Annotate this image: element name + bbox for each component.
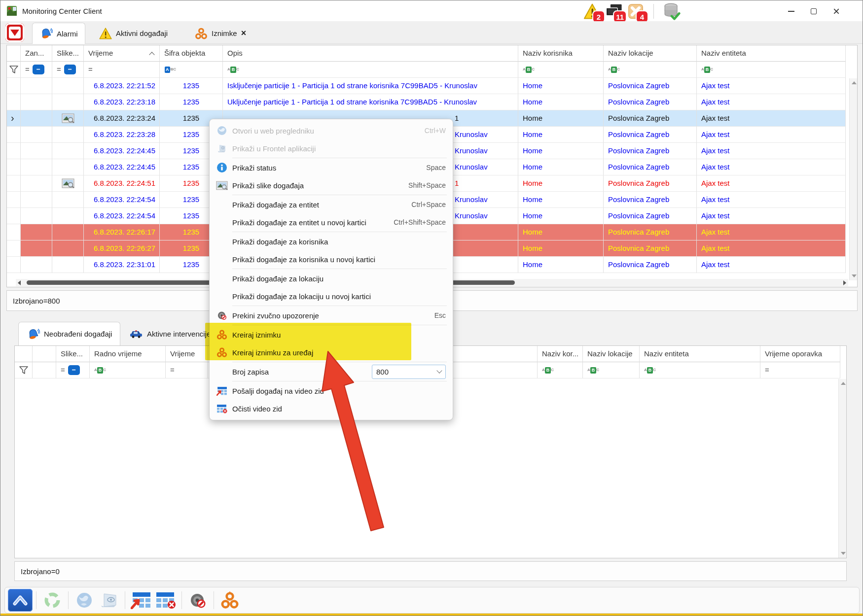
alert-border [0, 614, 863, 616]
main-menu-button[interactable] [5, 23, 24, 42]
refresh-icon [43, 591, 62, 610]
tab-iznimke[interactable]: Iznimke [188, 23, 253, 44]
col-vrijeme[interactable]: Vrijeme [84, 45, 160, 62]
filter2-lokacija[interactable]: ABC [583, 362, 640, 378]
tab-aktivne-intervencije[interactable]: Aktivne intervencije [121, 322, 218, 345]
menu-separator [232, 195, 447, 195]
tab-close-icon[interactable] [241, 28, 247, 38]
bell-icon [27, 328, 40, 341]
event-image-icon[interactable] [62, 113, 74, 123]
col2-vrijeme-oporavka[interactable]: Vrijeme oporavka [760, 346, 840, 362]
menu-separator [232, 269, 447, 269]
scroll-up-icon[interactable] [852, 81, 857, 84]
filter-sifra[interactable]: ABC [160, 62, 223, 78]
abc-filter-icon: ABC [542, 367, 554, 374]
open-web-button[interactable] [72, 589, 97, 612]
minimize-button[interactable] [780, 2, 802, 21]
scroll-down-icon[interactable] [852, 274, 857, 277]
filter2-vrijeme[interactable] [166, 362, 208, 378]
menu-item-open-web[interactable]: Otvori u web pregledniku Ctrl+W [210, 122, 453, 139]
col2-radno-vrijeme[interactable]: Radno vrijeme [90, 346, 166, 362]
filter-lokacija[interactable]: ABC [604, 62, 697, 78]
menu-item-stop-audio[interactable]: Prekini zvučno upozorenje Esc [210, 307, 453, 324]
filter2-radno[interactable]: ABC [90, 362, 166, 378]
col-naziv-entiteta[interactable]: Naziv entiteta [697, 45, 846, 62]
col2-slike[interactable]: Slike... [56, 346, 90, 362]
mute-audio-button[interactable] [185, 589, 210, 612]
menu-item-events-location[interactable]: Prikaži događaje za lokaciju [210, 270, 453, 287]
tab-neobradeni-dogadaji[interactable]: Neobrađeni događaji [18, 322, 120, 345]
window-controls [780, 1, 848, 21]
menu-item-events-entity[interactable]: Prikaži događaje za entitet Ctrl+Space [210, 196, 453, 213]
col-slike[interactable]: Slike... [52, 45, 84, 62]
scroll-right-icon[interactable] [843, 280, 846, 285]
menu-item-frontel[interactable]: Prikaži u Frontel aplikaciji [210, 139, 453, 157]
titlebar-status-icons: 2 11 4 [581, 1, 683, 21]
menu-item-events-user-newtab[interactable]: Prikaži događaje za korisnika u novoj ka… [210, 250, 453, 268]
equals-icon [765, 362, 769, 378]
tab-alarmi[interactable]: Alarmi [32, 23, 85, 44]
send-to-videowall-button[interactable] [129, 589, 153, 612]
menu-item-events-entity-newtab[interactable]: Prikaži događaje za entitet u novoj kart… [210, 213, 453, 231]
close-button[interactable] [825, 2, 848, 21]
toggle-filter-icon[interactable] [68, 365, 80, 375]
maximize-button[interactable] [802, 2, 825, 21]
table-row[interactable]: 6.8.2023. 22:23:181235 Uključenje partic… [7, 94, 857, 110]
filter-zan[interactable] [21, 62, 52, 78]
filter-slike[interactable] [52, 62, 84, 78]
menu-item-show-status[interactable]: Prikaži status Space [210, 159, 453, 176]
scroll-up-icon[interactable] [841, 382, 846, 385]
events-vscrollbar[interactable] [838, 379, 846, 558]
collapse-button[interactable] [8, 589, 33, 612]
col-sifra-objekta[interactable]: Šifra objekta [160, 45, 223, 62]
filter-opis[interactable]: ABC [223, 62, 518, 78]
record-count-select[interactable]: 800 [372, 365, 446, 379]
database-status-icon[interactable] [661, 1, 683, 21]
filter-korisnik[interactable]: ABC [518, 62, 604, 78]
errors-status-icon[interactable]: 4 [625, 1, 647, 21]
warning-triangle-icon [99, 28, 112, 39]
toggle-filter-icon[interactable] [64, 65, 76, 74]
filter-vrijeme[interactable] [84, 62, 160, 78]
filter2-entitet[interactable]: ABC [640, 362, 760, 378]
monitoring-center-window: Monitoring Center Client 2 11 4 [0, 0, 863, 616]
refresh-button[interactable] [40, 589, 65, 612]
filter-funnel-icon[interactable] [7, 62, 21, 78]
menu-separator [232, 362, 447, 362]
menu-item-send-videowall[interactable]: Pošalji događaj na video zid [210, 382, 453, 400]
scroll-down-icon[interactable] [841, 552, 846, 555]
toggle-filter-icon[interactable] [33, 65, 44, 74]
menu-item-show-images[interactable]: Prikaži slike događaja Shift+Space [210, 176, 453, 194]
event-image-icon[interactable] [62, 178, 74, 188]
filter2-kor[interactable]: ABC [538, 362, 583, 378]
scroll-left-icon[interactable] [18, 280, 21, 285]
exceptions-button[interactable] [217, 589, 242, 612]
menu-item-events-user[interactable]: Prikaži događaje za korisnika [210, 233, 453, 250]
videowall-send-icon [131, 591, 151, 609]
filter2-oporavak[interactable] [760, 362, 840, 378]
warning-status-icon[interactable]: 2 [581, 1, 603, 21]
table-row[interactable]: 6.8.2023. 22:21:521235 Isključenje parti… [7, 78, 857, 94]
menu-item-clear-videowall[interactable]: Očisti video zid [210, 400, 453, 417]
filter-funnel-icon[interactable] [15, 362, 33, 378]
app-icon [6, 5, 17, 16]
clear-videowall-button[interactable] [153, 589, 178, 612]
tab-aktivni-dogadaji[interactable]: Aktivni događaji [92, 23, 175, 44]
toolbar-separator [214, 591, 214, 609]
col-naziv-korisnika[interactable]: Naziv korisnika [518, 45, 604, 62]
table-vscrollbar[interactable] [849, 78, 857, 280]
col-zan[interactable]: Zan... [21, 45, 52, 62]
filter2-slike[interactable] [56, 362, 90, 378]
frontel-viewer-button[interactable] [97, 589, 121, 612]
filter-entitet[interactable]: ABC [697, 62, 846, 78]
col-naziv-lokacije[interactable]: Naziv lokacije [604, 45, 697, 62]
exceptions-icon [220, 591, 239, 610]
col-opis[interactable]: Opis [223, 45, 518, 62]
devices-status-icon[interactable]: 11 [603, 1, 625, 21]
col2-vrijeme[interactable]: Vrijeme [166, 346, 208, 362]
col2-naziv-lokacije[interactable]: Naziv lokacije [583, 346, 640, 362]
laptop-eye-icon [99, 592, 119, 609]
col2-naziv-kor[interactable]: Naziv kor... [538, 346, 583, 362]
menu-item-events-location-newtab[interactable]: Prikaži događaje za lokaciju u novoj kar… [210, 287, 453, 305]
col2-naziv-entiteta[interactable]: Naziv entiteta [640, 346, 760, 362]
